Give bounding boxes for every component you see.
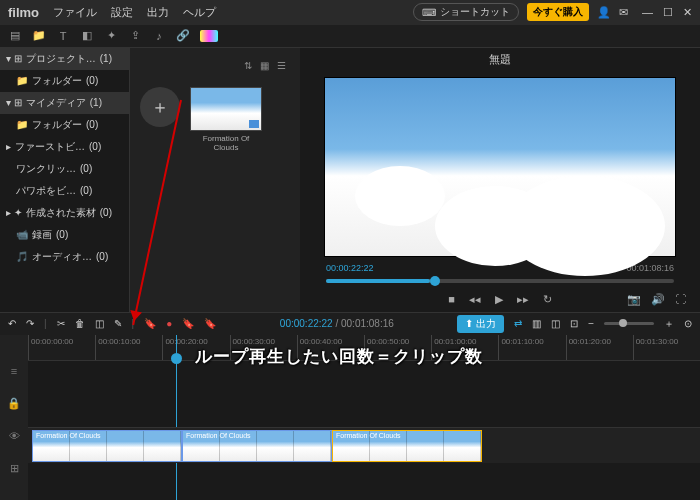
undo-icon[interactable]: ↶	[8, 318, 16, 329]
close-icon[interactable]: ✕	[683, 6, 692, 19]
color-icon[interactable]	[200, 30, 218, 42]
sidebar-item-created[interactable]: ▸ ✦ 作成された素材(0)	[0, 202, 129, 224]
menu-output[interactable]: 出力	[147, 5, 169, 20]
maximize-icon[interactable]: ☐	[663, 6, 673, 19]
tl-opt4-icon[interactable]: ⊡	[570, 318, 578, 329]
cut-icon[interactable]: ✂	[57, 318, 65, 329]
next-frame-icon[interactable]: ▸▸	[517, 293, 529, 306]
menu-help[interactable]: ヘルプ	[183, 5, 216, 20]
project-sidebar: ▾ ⊞ プロジェクト…(1) 📁 フォルダー(0) ▾ ⊞ マイメディア(1) …	[0, 48, 130, 312]
menu-file[interactable]: ファイル	[53, 5, 97, 20]
project-title: 無題	[300, 48, 700, 71]
preview-panel: 無題 00:00:22:22 00:01:08:16 ■ ◂◂ ▶ ▸▸ ↻ 📷…	[300, 48, 700, 312]
play-icon[interactable]: ▶	[495, 293, 503, 306]
messages-icon[interactable]: ✉	[619, 6, 628, 19]
crop-icon[interactable]: ◫	[95, 318, 104, 329]
timeline-clip-1[interactable]: Formation Of Clouds	[32, 430, 182, 462]
list-view-icon[interactable]: ☰	[277, 60, 286, 71]
link-icon[interactable]: 🔗	[176, 29, 190, 43]
timeline-menu-icon[interactable]: ≡	[11, 365, 17, 377]
clip-thumbnail	[190, 87, 262, 131]
menu-settings[interactable]: 設定	[111, 5, 133, 20]
sidebar-item-project[interactable]: ▾ ⊞ プロジェクト…(1)	[0, 48, 129, 70]
effects-icon[interactable]: ✦	[104, 29, 118, 43]
timeline-toolbar: ↶ ↷ | ✂ 🗑 ◫ ✎ | 🔖 ● 🔖 🔖 00:00:22:22 / 00…	[0, 312, 700, 335]
text-icon[interactable]: T	[56, 29, 70, 43]
sidebar-item-folder2[interactable]: 📁 フォルダー(0)	[0, 114, 129, 136]
shortcut-button[interactable]: ⌨ ショートカット	[413, 3, 519, 21]
minimize-icon[interactable]: ―	[642, 6, 653, 19]
track-settings-icon[interactable]: ⊞	[10, 462, 19, 475]
tl-opt3-icon[interactable]: ◫	[551, 318, 560, 329]
clip-name-label: Formation Of Clouds	[190, 134, 262, 152]
sidebar-item-folder1[interactable]: 📁 フォルダー(0)	[0, 70, 129, 92]
grid-view-icon[interactable]: ▦	[260, 60, 269, 71]
loop-icon[interactable]: ↻	[543, 293, 552, 306]
export-button[interactable]: ⬆ 出力	[457, 315, 504, 333]
zoom-slider[interactable]	[604, 322, 654, 325]
delete-icon[interactable]: 🗑	[75, 318, 85, 329]
edit-icon[interactable]: ✎	[114, 318, 122, 329]
zoom-out-icon[interactable]: −	[588, 318, 594, 329]
preview-current-time: 00:00:22:22	[326, 263, 374, 273]
media-bin: ⇅ ▦ ☰ ＋ Formation Of Clouds	[130, 48, 300, 312]
record-icon[interactable]: ●	[166, 318, 172, 329]
media-toolbar: ▤ 📁 T ◧ ✦ ⇪ ♪ 🔗	[0, 25, 700, 48]
share-icon[interactable]: ⇪	[128, 29, 142, 43]
sidebar-item-mymedia[interactable]: ▾ ⊞ マイメディア(1)	[0, 92, 129, 114]
sidebar-item-powerpoint[interactable]: パワポをビ…(0)	[0, 180, 129, 202]
fullscreen-icon[interactable]: ⛶	[675, 293, 686, 306]
marker3-icon[interactable]: 🔖	[204, 318, 216, 329]
prev-frame-icon[interactable]: ◂◂	[469, 293, 481, 306]
tl-opt2-icon[interactable]: ▥	[532, 318, 541, 329]
sidebar-item-audio[interactable]: 🎵 オーディオ…(0)	[0, 246, 129, 268]
import-media-button[interactable]: ＋	[140, 87, 180, 127]
titlebar: filmo ファイル 設定 出力 ヘルプ ⌨ ショートカット 今すぐ購入 👤 ✉…	[0, 0, 700, 25]
keyboard-icon: ⌨	[422, 7, 436, 18]
sidebar-item-firstview[interactable]: ▸ ファーストビ…(0)	[0, 136, 129, 158]
lock-track-icon[interactable]: 🔒	[7, 397, 21, 410]
preview-viewport[interactable]	[324, 77, 676, 257]
timeline-clip-3-selected[interactable]: Formation Of Clouds	[332, 430, 482, 462]
zoom-fit-icon[interactable]: ⊙	[684, 318, 692, 329]
annotation-text: ループ再生したい回数＝クリップ数	[195, 345, 483, 368]
music-icon[interactable]: ♪	[152, 29, 166, 43]
redo-icon[interactable]: ↷	[26, 318, 34, 329]
timeline-timecode: 00:00:22:22 / 00:01:08:16	[280, 318, 394, 329]
overlay-icon[interactable]: ◧	[80, 29, 94, 43]
library-icon[interactable]: ▤	[8, 29, 22, 43]
zoom-in-icon[interactable]: ＋	[664, 317, 674, 331]
user-icon[interactable]: 👤	[597, 6, 611, 19]
preview-scrubber[interactable]	[326, 279, 674, 283]
sort-icon[interactable]: ⇅	[244, 60, 252, 71]
snapshot-icon[interactable]: 📷	[627, 293, 641, 306]
volume-icon[interactable]: 🔊	[651, 293, 665, 306]
buy-now-button[interactable]: 今すぐ購入	[527, 3, 589, 21]
marker2-icon[interactable]: 🔖	[182, 318, 194, 329]
video-track[interactable]: Formation Of Clouds Formation Of Clouds …	[28, 427, 700, 463]
stop-icon[interactable]: ■	[448, 293, 455, 306]
folder-icon[interactable]: 📁	[32, 29, 46, 43]
main-menu: ファイル 設定 出力 ヘルプ	[53, 5, 216, 20]
sidebar-item-oneclick[interactable]: ワンクリッ…(0)	[0, 158, 129, 180]
mute-track-icon[interactable]: 👁	[9, 430, 20, 442]
timeline-clip-2[interactable]: Formation Of Clouds	[182, 430, 332, 462]
app-logo: filmo	[8, 5, 39, 20]
media-clip-tile[interactable]: Formation Of Clouds	[190, 87, 262, 152]
marker-icon[interactable]: 🔖	[144, 318, 156, 329]
tl-opt1-icon[interactable]: ⇄	[514, 318, 522, 329]
sidebar-item-rec[interactable]: 📹 録画(0)	[0, 224, 129, 246]
